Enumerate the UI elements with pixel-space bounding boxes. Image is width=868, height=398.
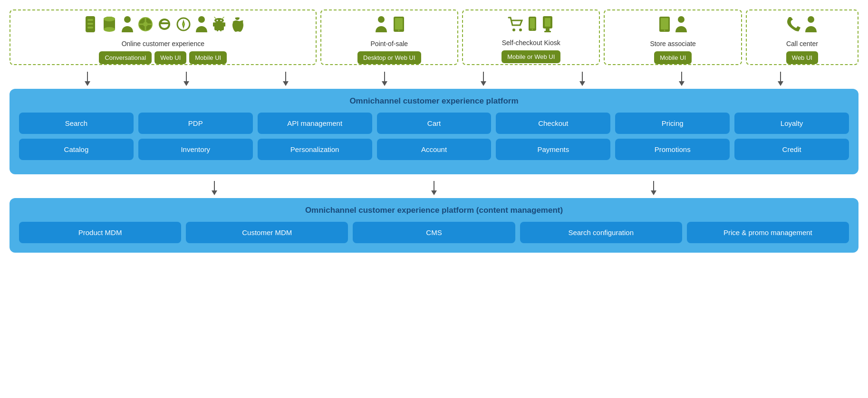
channel-self-icons: [508, 15, 554, 36]
cart-icon: [508, 16, 524, 36]
svg-point-24: [216, 20, 218, 21]
badge-web-ui2: Web UI: [786, 51, 818, 64]
service-catalog[interactable]: Catalog: [19, 139, 134, 160]
mobile-icon: [528, 16, 537, 36]
svg-line-27: [222, 17, 224, 19]
svg-point-36: [532, 29, 533, 30]
arrow-2: [183, 72, 189, 86]
arrow-4: [382, 72, 387, 86]
arrows-row-1: [10, 69, 858, 89]
arrow-7: [679, 72, 685, 86]
architecture-diagram: Online customer experience Conversationa…: [10, 9, 858, 253]
service-pdp[interactable]: PDP: [138, 113, 253, 134]
platform-1-box: Omnichannel customer experience platform…: [10, 89, 858, 174]
service-search[interactable]: Search: [19, 113, 134, 134]
svg-point-28: [378, 16, 385, 23]
svg-point-44: [678, 16, 685, 23]
svg-rect-21: [217, 28, 218, 31]
badge-mobile-ui2: Mobile UI: [654, 51, 692, 64]
svg-rect-20: [224, 22, 225, 27]
arrow-1: [85, 72, 90, 86]
database-icon: [102, 15, 117, 37]
svg-point-8: [124, 16, 131, 23]
phone-icon: [786, 16, 800, 36]
edge-icon: [157, 17, 172, 36]
service-pricing[interactable]: Pricing: [615, 113, 730, 134]
service-promotions[interactable]: Promotions: [615, 139, 730, 160]
svg-rect-38: [545, 18, 550, 27]
arrow-p2-1: [212, 181, 217, 195]
service-cart[interactable]: Cart: [377, 113, 492, 134]
channel-self-badges: Mobile or Web UI: [502, 50, 560, 63]
channels-row: Online customer experience Conversationa…: [10, 9, 858, 65]
service-payments[interactable]: Payments: [496, 139, 610, 160]
badge-mobileui: Mobile UI: [189, 51, 227, 64]
badge-mobile-web: Mobile or Web UI: [502, 50, 560, 63]
arrow-3: [283, 72, 289, 86]
svg-point-33: [519, 28, 522, 31]
service-personalization[interactable]: Personalization: [258, 139, 372, 160]
channel-online-label: Online customer experience: [122, 40, 204, 47]
svg-point-25: [220, 20, 222, 21]
channel-pos-label: Point-of-sale: [371, 40, 408, 47]
service-cms[interactable]: CMS: [353, 222, 515, 243]
services-row-2: Catalog Inventory Personalization Accoun…: [19, 139, 849, 160]
arrow-5: [481, 72, 486, 86]
compass-icon: [176, 17, 191, 36]
tablet2-icon: [658, 16, 671, 37]
service-api[interactable]: API management: [258, 113, 372, 134]
svg-point-43: [664, 30, 665, 31]
channel-store-badges: Mobile UI: [654, 51, 692, 64]
svg-rect-22: [220, 28, 222, 31]
svg-rect-3: [87, 27, 93, 28]
service-product-mdm[interactable]: Product MDM: [19, 222, 181, 243]
platform-2-title: Omnichannel customer experience platform…: [19, 206, 849, 215]
android-icon: [212, 16, 226, 37]
arrow-6: [579, 72, 585, 86]
svg-point-45: [808, 16, 814, 23]
svg-rect-1: [87, 19, 93, 21]
channel-pos-icons: [374, 15, 405, 37]
channel-store-icons: [658, 15, 688, 37]
svg-rect-19: [213, 22, 214, 27]
svg-point-10: [143, 22, 148, 27]
channel-store-label: Store associate: [650, 40, 696, 47]
apple-icon: [230, 16, 243, 37]
channel-selfcheckout: Self-checkout Kiosk Mobile or Web UI: [462, 9, 600, 65]
arrow-8: [778, 72, 783, 86]
content-mgmt-grid: Product MDM Customer MDM CMS Search conf…: [19, 222, 849, 243]
svg-point-6: [104, 27, 115, 32]
badge-conversational: Conversational: [99, 51, 152, 64]
chrome-icon: [138, 17, 153, 36]
service-search-config[interactable]: Search configuration: [520, 222, 682, 243]
channel-self-label: Self-checkout Kiosk: [502, 39, 560, 47]
svg-point-7: [104, 17, 115, 21]
service-loyalty[interactable]: Loyalty: [734, 113, 849, 134]
arrow-p2-2: [431, 181, 437, 195]
channel-online-icons: [83, 15, 243, 37]
person-icon: [121, 15, 134, 37]
cashier-icon: [374, 15, 389, 37]
service-credit[interactable]: Credit: [734, 139, 849, 160]
arrow-p2-3: [651, 181, 656, 195]
channel-online-badges: Conversational Web UI Mobile UI: [99, 51, 227, 64]
svg-rect-2: [87, 23, 93, 25]
service-account[interactable]: Account: [377, 139, 492, 160]
badge-webui: Web UI: [154, 51, 186, 64]
platform-2-box: Omnichannel customer experience platform…: [10, 198, 858, 253]
badge-desktop-web: Desktop or Web UI: [357, 51, 421, 64]
svg-point-17: [182, 23, 185, 26]
service-inventory[interactable]: Inventory: [138, 139, 253, 160]
svg-point-18: [198, 16, 205, 23]
service-checkout[interactable]: Checkout: [496, 113, 610, 134]
channel-pos-badges: Desktop or Web UI: [357, 51, 421, 64]
svg-line-26: [214, 17, 216, 19]
svg-point-32: [512, 28, 515, 31]
tablet-icon: [393, 16, 405, 37]
service-price-promo[interactable]: Price & promo management: [687, 222, 849, 243]
service-customer-mdm[interactable]: Customer MDM: [186, 222, 348, 243]
channel-call-icons: [786, 15, 818, 37]
associate-icon: [675, 15, 688, 37]
svg-rect-30: [395, 18, 403, 29]
channel-callcenter: Call center Web UI: [746, 9, 858, 65]
